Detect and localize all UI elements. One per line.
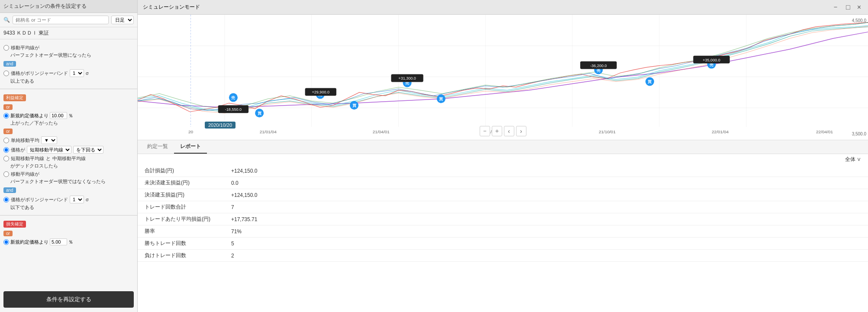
- below-select[interactable]: を下回る: [73, 146, 103, 154]
- price-below-radio[interactable]: [3, 147, 9, 153]
- sigma2-label: σ: [86, 197, 89, 202]
- short-ma-select[interactable]: 短期移動平均線: [27, 146, 71, 154]
- loss-badge: 損失確定: [3, 221, 26, 228]
- loss-pct-label: ％: [68, 239, 73, 245]
- filter-button[interactable]: 全体 ∨: [845, 156, 861, 163]
- chart-area: 4,500.0 3,500.0: [138, 15, 868, 140]
- svg-text:22/01/04: 22/01/04: [712, 129, 729, 134]
- loss-pct-input[interactable]: [50, 238, 67, 245]
- right-title: シミュレーションモード: [143, 3, 200, 11]
- svg-text:買: 買: [352, 103, 357, 108]
- close-button[interactable]: ×: [855, 3, 863, 12]
- bollinger-radio[interactable]: [3, 71, 9, 76]
- dead-cross-radio[interactable]: [3, 156, 9, 161]
- table-row: 合計損益(円) +124,150.0: [138, 165, 868, 177]
- stock-name: 9433 ＫＤＤＩ 東証: [0, 27, 137, 39]
- tab-report[interactable]: レポート: [174, 140, 207, 154]
- conditions-panel: 移動平均線が パーフェクトオーダー状態になったら and 価格がボリンジャーバン…: [0, 39, 137, 291]
- up-down-label: 上がった／下がったら: [3, 120, 134, 126]
- loss-price-label: 新規約定価格より: [10, 239, 48, 245]
- period-select[interactable]: 日足: [111, 16, 134, 24]
- svg-text:21/04/01: 21/04/01: [373, 129, 390, 134]
- pct-label: ％: [68, 113, 73, 119]
- svg-text:21/10/01: 21/10/01: [599, 129, 616, 134]
- bollinger-num-select[interactable]: 1: [70, 69, 84, 77]
- table-row: 未決済建玉損益(円) 0.0: [138, 177, 868, 189]
- single-ma-label: 単純移動平均: [11, 137, 39, 144]
- zoom-out-button[interactable]: －: [480, 126, 490, 136]
- search-input[interactable]: [13, 16, 109, 24]
- svg-text:買: 買: [439, 97, 443, 101]
- row-label: トレード回数合計: [138, 201, 224, 213]
- window-controls: － □ ×: [830, 3, 863, 12]
- row-label: 勝ちトレード回数: [138, 238, 224, 250]
- single-ma-radio[interactable]: [3, 138, 9, 143]
- single-ma-select[interactable]: ▼: [41, 136, 57, 144]
- row-label: 負けトレード回数: [138, 250, 224, 262]
- profit-radio[interactable]: [3, 113, 9, 119]
- svg-text:買: 買: [648, 80, 652, 84]
- right-header: シミュレーションモード － □ ×: [138, 0, 868, 15]
- table-row: 勝ちトレード回数 5: [138, 238, 868, 250]
- bottom-panel: 約定一覧 レポート 全体 ∨ 合計損益(円) +124,150.0 未決済建玉損…: [138, 140, 868, 312]
- or-badge-2: or: [3, 129, 13, 134]
- svg-text:-18,550.0: -18,550.0: [225, 107, 242, 112]
- and-badge-2: and: [3, 187, 16, 193]
- short-ma2-label: 短期移動平均線: [11, 155, 44, 162]
- bollinger2-radio[interactable]: [3, 197, 9, 203]
- zoom-in-button[interactable]: ＋: [492, 126, 502, 136]
- svg-text:21/01/04: 21/01/04: [260, 129, 277, 134]
- svg-text:売: 売: [231, 96, 235, 100]
- report-filter: 全体 ∨: [138, 154, 868, 165]
- minimize-button[interactable]: －: [830, 3, 841, 12]
- svg-text:+35,000.0: +35,000.0: [703, 58, 720, 62]
- reset-button[interactable]: 条件を再設定する: [3, 291, 134, 308]
- not-perfect-radio[interactable]: [3, 171, 9, 177]
- row-label: トレードあたり平均損益(円): [138, 213, 224, 225]
- bollinger2-num-select[interactable]: 1: [70, 196, 84, 203]
- loss-radio[interactable]: [3, 239, 9, 245]
- row-value: 2: [224, 250, 868, 262]
- row-value: 71%: [224, 225, 868, 238]
- bollinger-label: 価格がボリンジャーバンド: [11, 70, 68, 77]
- row-value: 7: [224, 201, 868, 213]
- new-price-label: 新規約定価格より: [10, 113, 48, 119]
- row-value: 5: [224, 238, 868, 250]
- tab-trade-list[interactable]: 約定一覧: [141, 140, 174, 154]
- not-perfect-state-label: パーフェクトオーダー状態ではなくなったら: [3, 178, 134, 185]
- ma-radio[interactable]: [3, 45, 9, 51]
- below2-label: 以下である: [3, 204, 134, 211]
- table-row: 負けトレード回数 2: [138, 250, 868, 262]
- profit-badge: 利益確定: [3, 94, 26, 101]
- to-label: と: [46, 155, 51, 162]
- next-button[interactable]: ›: [516, 126, 526, 136]
- and-badge-1: and: [3, 61, 16, 67]
- svg-text:20: 20: [188, 129, 194, 134]
- perfect-order-label: パーフェクトオーダー状態になったら: [3, 52, 134, 58]
- table-row: 決済建玉損益(円) +124,150.0: [138, 189, 868, 201]
- prev-button[interactable]: ‹: [504, 126, 514, 136]
- above-label: 以上である: [3, 78, 134, 84]
- row-label: 勝率: [138, 225, 224, 238]
- svg-text:買: 買: [258, 111, 262, 116]
- sigma-label: σ: [86, 71, 89, 76]
- report-table: 合計損益(円) +124,150.0 未決済建玉損益(円) 0.0 決済建玉損益…: [138, 165, 868, 262]
- profit-pct-input[interactable]: [50, 112, 67, 119]
- dead-cross-label: がデッドクロスしたら: [3, 163, 134, 169]
- mid-ma-label: 中期移動平均線: [52, 155, 86, 162]
- row-value: +124,150.0: [224, 189, 868, 201]
- row-value: +17,735.71: [224, 213, 868, 225]
- svg-text:22/04/01: 22/04/01: [816, 129, 833, 134]
- search-icon: 🔍: [3, 17, 10, 23]
- svg-text:-36,200.0: -36,200.0: [590, 64, 607, 68]
- svg-text:+29,900.0: +29,900.0: [312, 90, 329, 94]
- svg-text:+31,300.0: +31,300.0: [398, 77, 416, 81]
- right-panel: シミュレーションモード － □ × 4,500.0 3,500.0: [138, 0, 868, 312]
- ma-label: 移動平均線が: [11, 45, 39, 51]
- left-panel-header: シミュレーションの条件を設定する: [0, 0, 137, 13]
- table-row: トレード回数合計 7: [138, 201, 868, 213]
- maximize-button[interactable]: □: [844, 3, 852, 12]
- date-label: 2020/10/20: [205, 122, 236, 129]
- ma-not-perfect-label: 移動平均線が: [11, 171, 39, 177]
- row-value: +124,150.0: [224, 165, 868, 177]
